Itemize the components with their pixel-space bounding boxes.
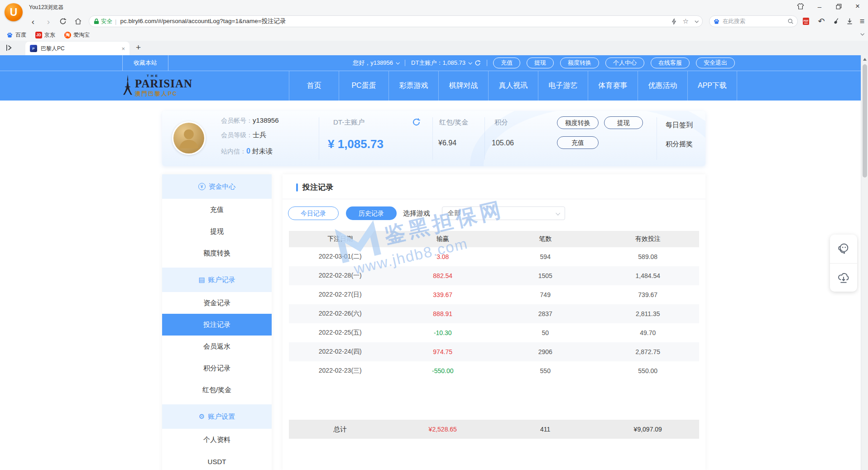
- refresh-balance-icon[interactable]: [475, 60, 481, 66]
- sidebar-item[interactable]: 积分记录: [162, 357, 272, 379]
- filter-row: 今日记录 历史记录 选择游戏 全部: [288, 206, 565, 220]
- topbar-pill-button[interactable]: 提现: [527, 58, 554, 68]
- col-winloss: 输赢: [392, 235, 494, 243]
- refresh-icon[interactable]: [58, 16, 68, 26]
- topbar-pill-button[interactable]: 在线客服: [651, 58, 690, 68]
- user-greeting[interactable]: 您好，y138956: [353, 59, 399, 67]
- wallet-summary[interactable]: DT主账户：1,085.73: [411, 59, 481, 67]
- bonus-label: 红包/奖金: [439, 118, 468, 127]
- sidebar-item[interactable]: 额度转换: [162, 242, 272, 264]
- sidebar-menu: 资金中心充值提现额度转换账户记录资金记录投注记录会员返水积分记录红包/奖金账户设…: [162, 174, 272, 470]
- daily-signin-link[interactable]: 每日签到: [666, 121, 693, 129]
- table-row: 2022-03-01(二)3.08594589.08: [289, 247, 699, 266]
- game-select-dropdown[interactable]: 全部: [442, 206, 565, 220]
- forward-icon[interactable]: ›: [43, 16, 53, 26]
- wallet-label: DT-主账户: [333, 118, 364, 127]
- menu-icon[interactable]: ≡: [858, 17, 867, 26]
- browser-tab[interactable]: P 巴黎人PC ×: [25, 42, 129, 55]
- tab-history-records[interactable]: 历史记录: [346, 206, 397, 220]
- bet-records-table: 下注日期 输赢 笔数 有效投注 2022-03-01(二)3.08594589.…: [289, 231, 699, 380]
- avatar: [172, 121, 206, 155]
- collapse-toolbar-icon[interactable]: [860, 32, 864, 35]
- site-mainnav: THE PARISIAN 澳門巴黎人PC 首页PC蛋蛋彩票游戏棋牌对战真人视讯电…: [0, 71, 868, 101]
- search-box: [709, 15, 798, 27]
- nav-item[interactable]: 棋牌对战: [438, 71, 488, 101]
- bookmark-star-icon[interactable]: ☆: [683, 17, 689, 25]
- account-row: 会员帐号：y138956: [221, 116, 279, 125]
- deposit-button[interactable]: 充值: [557, 136, 599, 149]
- points-lottery-link[interactable]: 积分摇奖: [666, 140, 693, 149]
- site-logo[interactable]: THE PARISIAN 澳門巴黎人PC: [122, 74, 192, 98]
- undo-icon[interactable]: ↶: [817, 17, 826, 26]
- restore-icon[interactable]: [834, 2, 843, 10]
- cell-date: 2022-02-24(四): [289, 348, 392, 356]
- sidebar-item[interactable]: 账户设置: [162, 404, 272, 429]
- sidebar-item[interactable]: 账户记录: [162, 268, 272, 292]
- topbar-pill-button[interactable]: 个人中心: [605, 58, 644, 68]
- level-label: 会员等级：: [221, 131, 253, 139]
- cleaner-icon[interactable]: [831, 17, 840, 26]
- col-valid-bets: 有效投注: [597, 235, 700, 243]
- profile-panel: 会员帐号：y138956 会员等级：士兵 站内信：0 封未读 DT-主账户 ¥ …: [162, 111, 705, 166]
- nav-item[interactable]: 首页: [289, 71, 339, 101]
- url-bar[interactable]: 安全 | pc.blryl6.com/#/personal/accountLog…: [89, 15, 703, 27]
- search-input[interactable]: [723, 18, 785, 24]
- favorite-site-link[interactable]: 收藏本站: [122, 55, 168, 71]
- lightning-icon[interactable]: [671, 18, 676, 25]
- sidebar-item[interactable]: 个人资料: [162, 429, 272, 451]
- nav-item[interactable]: 彩票游戏: [388, 71, 438, 101]
- sidebar-item[interactable]: 资金记录: [162, 292, 272, 314]
- refresh-wallet-icon[interactable]: [412, 118, 421, 126]
- download-icon[interactable]: [845, 17, 854, 26]
- pdf-tool-icon[interactable]: PDF: [801, 17, 810, 26]
- nav-item[interactable]: 体育赛事: [588, 71, 638, 101]
- cell-count: 749: [494, 291, 597, 298]
- tab-list-icon[interactable]: [5, 44, 13, 52]
- sidebar-item[interactable]: 充值: [162, 199, 272, 221]
- minimize-icon[interactable]: –: [815, 2, 824, 10]
- sidebar-item[interactable]: 投注记录: [162, 314, 272, 336]
- app-download-icon[interactable]: [830, 263, 857, 292]
- cell-count: 2906: [494, 348, 597, 355]
- bookmark-jd[interactable]: JD 京东: [35, 31, 55, 39]
- close-window-icon[interactable]: ×: [854, 2, 862, 10]
- tab-today-records[interactable]: 今日记录: [288, 206, 339, 220]
- mail-row[interactable]: 站内信：0 封未读: [221, 147, 273, 156]
- nav-item[interactable]: APP下载: [687, 71, 737, 101]
- sidebar-item-label: 资金记录: [203, 299, 230, 307]
- sidebar-item[interactable]: USDT: [162, 451, 272, 470]
- table-body: 2022-03-01(二)3.08594589.082022-02-28(一)8…: [289, 247, 699, 380]
- new-tab-icon[interactable]: +: [136, 43, 141, 53]
- url-text[interactable]: pc.blryl6.com/#/personal/accountLog?tag=…: [120, 17, 667, 25]
- sidebar-item[interactable]: 提现: [162, 221, 272, 242]
- table-row: 2022-02-24(四)974.7529062,872.75: [289, 342, 699, 361]
- sidebar-item[interactable]: 资金中心: [162, 174, 272, 199]
- skin-icon[interactable]: [796, 2, 805, 10]
- sidebar-item[interactable]: 红包/奖金: [162, 379, 272, 401]
- nav-item[interactable]: 优惠活动: [638, 71, 687, 101]
- nav-item[interactable]: 真人视讯: [488, 71, 538, 101]
- scrollbar-thumb[interactable]: [863, 64, 867, 177]
- bookmark-baidu[interactable]: 百度: [6, 31, 26, 39]
- customer-service-icon[interactable]: [830, 235, 857, 263]
- topbar-pill-button[interactable]: 充值: [493, 58, 520, 68]
- search-icon[interactable]: [787, 18, 794, 24]
- transfer-button[interactable]: 额度转换: [557, 116, 599, 129]
- tab-title: 巴黎人PC: [41, 45, 118, 53]
- nav-item[interactable]: PC蛋蛋: [339, 71, 388, 101]
- sidebar-item[interactable]: 会员返水: [162, 336, 272, 357]
- browser-chrome: U You123浏览器 – × ‹ ›: [0, 0, 868, 55]
- topbar-pill-button[interactable]: 安全退出: [696, 58, 735, 68]
- withdraw-button[interactable]: 提现: [604, 116, 643, 129]
- account-value: y138956: [253, 116, 279, 124]
- scroll-up-icon[interactable]: [863, 58, 867, 61]
- sidebar-item-label: 资金中心: [209, 182, 236, 191]
- url-dropdown-icon[interactable]: [695, 19, 698, 23]
- back-icon[interactable]: ‹: [28, 16, 38, 26]
- close-tab-icon[interactable]: ×: [121, 45, 125, 52]
- home-icon[interactable]: [73, 16, 83, 26]
- bookmark-taobao[interactable]: 淘 爱淘宝: [64, 31, 90, 39]
- nav-item[interactable]: 电子游艺: [538, 71, 588, 101]
- topbar-pill-button[interactable]: 额度转换: [560, 58, 599, 68]
- page-scrollbar[interactable]: [861, 55, 868, 470]
